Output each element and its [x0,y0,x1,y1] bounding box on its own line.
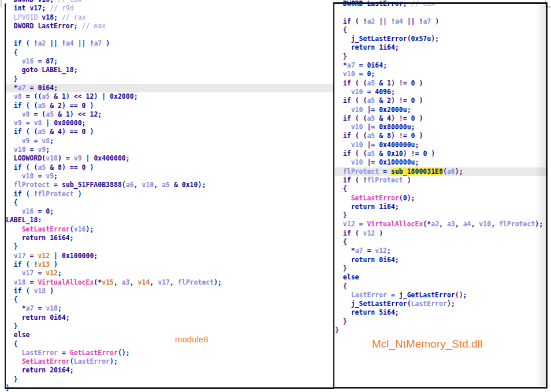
code-line[interactable]: return 0i64; [6,313,333,322]
code-line[interactable]: SetLastError(LastError); [6,357,333,366]
code-line[interactable] [335,8,546,17]
code-line[interactable]: { [335,282,546,291]
code-token: flProtect [499,220,535,228]
code-line[interactable]: if ( !flProtect ) [335,176,546,185]
code-line[interactable]: } [335,318,546,326]
code-line[interactable]: *a7 = 0i64; [6,84,333,92]
code-line[interactable]: *a7 = 0i64; [335,61,546,70]
code-line[interactable]: } [6,75,333,84]
code-line[interactable]: DWORD LastError; // eax [6,22,333,31]
code-line[interactable]: return 16i64; [6,234,333,242]
code-token: v10 [335,123,363,131]
code-token: ( [70,225,74,233]
code-line[interactable]: v17 = v12; [6,269,333,278]
code-line[interactable]: v10 = v9; [6,172,333,181]
code-token: v8 [6,92,22,100]
code-line[interactable]: return 1i64; [335,203,546,211]
code-line[interactable]: { [335,238,546,247]
code-line[interactable]: SetLastError(v16); [6,225,333,234]
code-line[interactable]: v10 |= 0x100000u; [335,158,546,167]
code-line[interactable]: if ( (a5 & 0x10) != 0 ) [335,150,546,158]
code-token: a5 [367,96,375,104]
code-line[interactable]: v8 = ((a5 & 1) << 12) | 0x2000; [6,92,333,101]
code-token: a7 [26,304,34,312]
code-token: flProtect [367,176,403,184]
code-line[interactable]: { [6,296,333,304]
code-line[interactable]: } [335,53,546,61]
code-line[interactable]: j_SetLastError(0x57u); [335,35,546,43]
code-line[interactable]: if ( !flProtect ) [6,190,333,199]
code-line[interactable]: LABEL_18: [6,216,333,225]
code-token: 0 [411,114,415,122]
code-line[interactable]: LODWORD(v10) = v9 | 0x400000; [6,154,333,163]
code-token: v17 [6,269,33,277]
highlighted-identifier[interactable]: sub_1800031E8 [391,167,443,176]
code-line[interactable]: { [6,340,333,349]
code-line[interactable]: if ( !a2 || !a4 || !a7 ) [6,39,333,48]
code-line[interactable]: flProtect = sub_1800031E8(a6); [335,167,546,176]
code-line[interactable]: v9 = v8; [6,137,333,145]
code-line[interactable]: v10 |= 0x400000u; [335,141,546,150]
code-token: } [6,322,18,330]
code-line[interactable]: v10 |= 0x2000u; [335,106,546,114]
code-line[interactable]: return 0i64; [335,256,546,264]
code-line[interactable]: if ( (a5 & 8) == 0 ) [6,163,333,172]
code-line[interactable]: v10 |= 0x80000u; [335,123,546,132]
code-token: ; [58,304,62,312]
code-line[interactable]: LPVOID v18; // rax [6,13,333,22]
code-line[interactable]: int v17; // r9d [6,4,333,13]
code-line[interactable]: *a7 = v18; [6,304,333,313]
code-line[interactable]: { [335,26,546,35]
code-token: v10 [6,172,33,180]
code-line[interactable]: v8 = (a5 & 1) << 12; [6,110,333,119]
code-line[interactable]: v16 = 87; [6,57,333,66]
code-line[interactable]: goto LABEL_18; [6,66,333,74]
code-line[interactable]: LastError = GetLastError(); [6,349,333,357]
code-line[interactable]: return 5i64; [335,308,546,317]
code-line[interactable]: if ( !a2 || !a4 || !a7 ) [335,17,546,26]
code-line[interactable]: v17 = v12 | 0x100000; [6,252,333,260]
code-line[interactable]: v18 = VirtualAllocEx(*v15, a3, v14, v17,… [6,278,333,287]
code-line[interactable]: if ( (a5 & 2) == 0 ) [6,102,333,110]
code-line[interactable]: v10 = 0; [335,70,546,79]
code-line[interactable]: v16 = 0; [6,207,333,216]
code-line[interactable]: v9 = v8 | 0x80000; [6,119,333,128]
code-line[interactable]: DWORD v16; // eax [6,0,333,4]
code-line[interactable]: { [335,185,546,193]
code-line[interactable]: { [6,199,333,207]
code-line[interactable]: v12 = VirtualAllocEx(*a2, a3, a4, v10, f… [335,220,546,229]
code-token: SetLastError [6,357,70,365]
code-line[interactable]: SetLastError(0); [335,194,546,203]
code-line[interactable]: v10 = 4096; [335,88,546,96]
code-line[interactable]: flProtect = sub_51FFA0B3888(a6, v10, a5 … [6,181,333,189]
code-line[interactable]: v10 = v9; [6,145,333,154]
code-line[interactable]: { [6,48,333,57]
code-line[interactable]: } [6,322,333,331]
code-line[interactable]: } [335,326,546,335]
code-line[interactable]: return 20i64; [6,366,333,375]
code-token: & [375,132,387,140]
code-token: a4 [66,39,74,47]
code-line[interactable]: if ( (a5 & 2) != 0 ) [335,96,546,105]
code-line[interactable]: if ( v18 ) [6,287,333,296]
code-line[interactable]: return 1i64; [335,43,546,52]
code-line[interactable]: DWORD LastError; // eax [335,0,546,8]
code-line[interactable]: } [335,264,546,273]
code-line[interactable]: if ( (a5 & 4) == 0 ) [6,128,333,136]
code-line[interactable]: } [335,211,546,220]
code-line[interactable]: *a7 = v12; [335,247,546,255]
code-line[interactable]: if ( !v13 ) [6,260,333,269]
code-line[interactable]: else [335,273,546,282]
code-line[interactable] [6,31,333,39]
code-line[interactable]: else [6,331,333,339]
code-token: ( ( [351,79,367,87]
code-line[interactable]: if ( (a5 & 4) != 0 ) [335,114,546,123]
code-token: ); [214,278,222,286]
code-line[interactable]: if ( (a5 & 8) != 0 ) [335,132,546,140]
code-line[interactable]: } [6,375,333,384]
code-line[interactable]: LastError = j_GetLastError(); [335,291,546,300]
code-line[interactable]: } [6,242,333,251]
code-line[interactable]: if ( v12 ) [335,229,546,238]
code-line[interactable]: j_SetLastError(LastError); [335,300,546,308]
code-line[interactable]: if ( (a5 & 1) != 0 ) [335,79,546,88]
